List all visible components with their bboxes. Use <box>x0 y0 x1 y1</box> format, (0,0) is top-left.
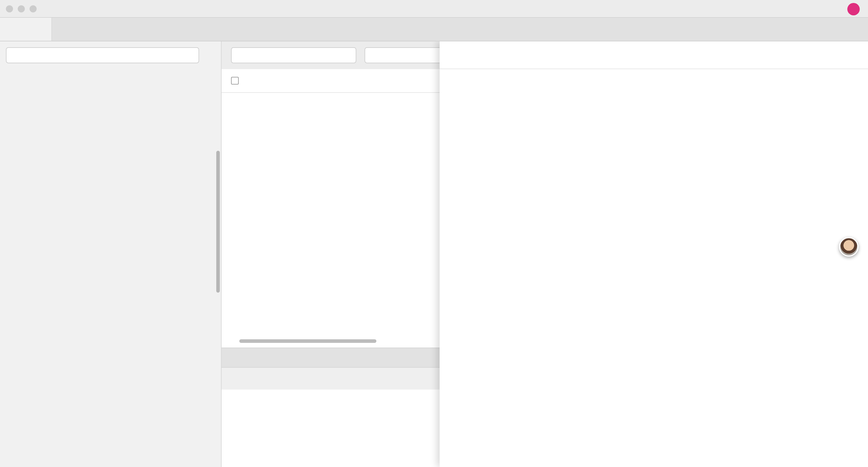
notification-badge[interactable] <box>847 3 860 15</box>
navigator-search-icon[interactable] <box>206 51 215 60</box>
lens-app-window <box>0 0 868 467</box>
namespace-selector[interactable] <box>231 47 356 63</box>
trash-icon[interactable] <box>837 51 846 59</box>
sidebar-scrollbar[interactable] <box>216 151 220 293</box>
app-tab-bar <box>0 18 868 41</box>
titlebar-right-cluster <box>805 0 860 18</box>
minimize-window-button[interactable] <box>18 5 25 12</box>
zoom-window-button[interactable] <box>30 5 37 12</box>
bell-icon[interactable] <box>805 4 814 13</box>
table-horizontal-scrollbar[interactable] <box>239 339 376 343</box>
window-controls <box>6 5 37 12</box>
window-titlebar <box>0 0 868 18</box>
edit-pencil-icon[interactable] <box>816 51 826 59</box>
navigator-tree <box>0 69 221 467</box>
history-navigation <box>50 0 79 18</box>
chevron-down-icon <box>187 52 193 58</box>
assistant-avatar[interactable] <box>839 237 859 257</box>
select-all-checkbox[interactable] <box>231 77 239 85</box>
kubeconfig-selector[interactable] <box>6 47 199 63</box>
navigator-sidebar <box>0 41 222 467</box>
sort-ascending-icon <box>251 78 257 84</box>
name-column-header[interactable] <box>246 78 257 84</box>
close-window-button[interactable] <box>6 5 13 12</box>
chevron-down-icon <box>344 52 350 58</box>
back-arrow-icon[interactable] <box>50 4 59 13</box>
forward-arrow-icon[interactable] <box>70 4 79 13</box>
service-details-drawer <box>440 41 868 467</box>
drawer-header <box>440 41 868 69</box>
upgrade-button[interactable] <box>825 5 837 13</box>
sidebar-toolbar <box>0 41 221 69</box>
upgrade-chevrons-icon <box>825 5 833 13</box>
drawer-body <box>440 69 868 467</box>
tab-strip <box>231 18 868 41</box>
save-icon[interactable] <box>230 374 239 383</box>
navigator-panel-header <box>0 18 52 41</box>
editor-search-icon[interactable] <box>249 374 258 383</box>
